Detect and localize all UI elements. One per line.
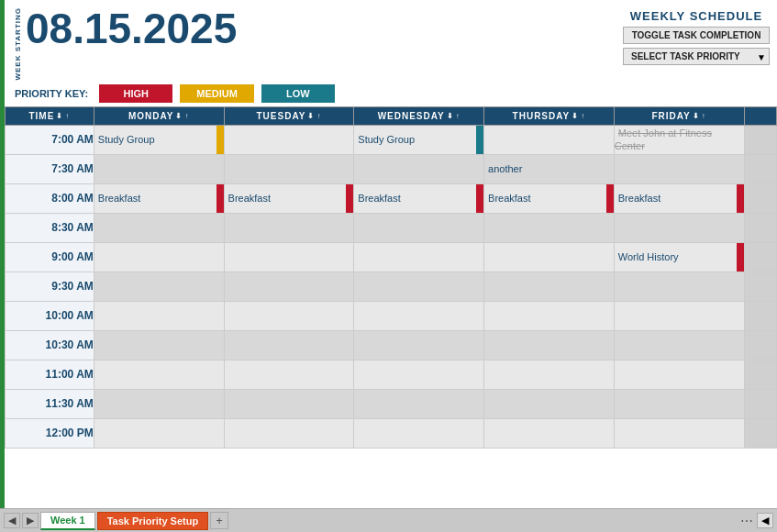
time-cell: 10:00 AM (6, 301, 94, 330)
day-cell-monday[interactable] (94, 213, 224, 242)
extra-cell (744, 213, 776, 242)
time-filter-icon[interactable]: ⬇ (56, 112, 63, 120)
day-cell-monday[interactable] (94, 389, 224, 418)
wednesday-sort-icon[interactable]: ↑ (456, 112, 461, 120)
event-text: World History (615, 249, 683, 264)
day-cell-tuesday[interactable] (224, 213, 354, 242)
day-cell-thursday[interactable] (484, 272, 615, 301)
table-row: 8:30 AM (6, 213, 777, 242)
table-header-row: TIME ⬇ ↑ MONDAY ⬇ ↑ (6, 106, 777, 125)
extra-header (744, 106, 776, 125)
select-task-priority[interactable]: SELECT TASK PRIORITY HIGH MEDIUM LOW (623, 48, 770, 65)
day-cell-monday[interactable] (94, 360, 224, 389)
day-cell-tuesday[interactable] (224, 330, 354, 360)
tab-scroll-left-button[interactable]: ◀ (757, 513, 773, 528)
day-cell-tuesday[interactable] (224, 154, 354, 183)
table-row: 9:00 AMWorld History (6, 242, 777, 272)
day-cell-wednesday[interactable] (354, 389, 484, 418)
tab-prev-button[interactable]: ◀ (4, 513, 20, 528)
monday-filter-icon[interactable]: ⬇ (175, 112, 183, 120)
thursday-sort-icon[interactable]: ↑ (581, 112, 585, 120)
day-cell-friday[interactable]: World History (614, 242, 744, 272)
day-cell-wednesday[interactable] (354, 360, 484, 389)
day-cell-friday[interactable] (614, 154, 744, 183)
day-cell-monday[interactable]: Study Group (94, 125, 224, 154)
day-cell-thursday[interactable] (484, 125, 615, 154)
day-cell-tuesday[interactable] (224, 389, 354, 418)
day-cell-wednesday[interactable] (354, 330, 484, 360)
extra-cell (744, 242, 776, 272)
content-area: WEEK STARTING 08.15.2025 PRIORITY KEY: H… (0, 0, 777, 508)
select-task-priority-wrapper: SELECT TASK PRIORITY HIGH MEDIUM LOW ▼ (623, 48, 770, 65)
time-cell: 7:00 AM (6, 125, 94, 154)
day-cell-monday[interactable] (94, 301, 224, 330)
day-cell-thursday[interactable] (484, 213, 615, 242)
friday-sort-icon[interactable]: ↑ (702, 112, 706, 120)
day-cell-friday[interactable] (614, 272, 744, 301)
day-cell-thursday[interactable] (484, 389, 615, 418)
day-cell-tuesday[interactable] (224, 272, 354, 301)
table-row: 10:00 AM (6, 301, 777, 330)
weekly-schedule-label: WEEKLY SCHEDULE (630, 9, 762, 23)
day-cell-wednesday[interactable]: Breakfast (354, 183, 484, 213)
day-cell-friday[interactable] (614, 330, 744, 360)
day-cell-wednesday[interactable] (354, 213, 484, 242)
day-cell-monday[interactable] (94, 330, 224, 360)
priority-bar-high (476, 184, 483, 213)
day-cell-tuesday[interactable] (224, 418, 354, 448)
event-text: Study Group (354, 132, 418, 147)
friday-filter-icon[interactable]: ⬇ (693, 112, 700, 120)
green-left-bar (0, 0, 5, 532)
wednesday-filter-icon[interactable]: ⬇ (447, 112, 454, 120)
day-cell-friday[interactable] (614, 360, 744, 389)
tab-more-icon[interactable]: ⋯ (740, 514, 753, 528)
toggle-task-completion-button[interactable]: TOGGLE TASK COMPLETION (623, 27, 770, 44)
tab-next-button[interactable]: ▶ (22, 513, 39, 528)
day-cell-tuesday[interactable] (224, 242, 354, 272)
day-cell-monday[interactable] (94, 154, 224, 183)
day-cell-thursday[interactable] (484, 242, 615, 272)
day-cell-friday[interactable]: Breakfast (614, 183, 744, 213)
day-cell-thursday[interactable] (484, 330, 615, 360)
time-sort-icon[interactable]: ↑ (65, 112, 70, 120)
day-cell-thursday[interactable] (484, 301, 615, 330)
day-cell-tuesday[interactable] (224, 360, 354, 389)
day-cell-tuesday[interactable] (224, 125, 354, 154)
schedule-table-container: TIME ⬇ ↑ MONDAY ⬇ ↑ (0, 106, 777, 449)
tuesday-sort-icon[interactable]: ↑ (316, 112, 321, 120)
day-cell-wednesday[interactable]: Study Group (354, 125, 484, 154)
table-row: 11:00 AM (6, 360, 777, 389)
add-sheet-button[interactable]: + (210, 512, 228, 529)
day-cell-wednesday[interactable] (354, 301, 484, 330)
tab-week1[interactable]: Week 1 (40, 512, 95, 530)
event-text: Breakfast (94, 191, 144, 205)
day-cell-wednesday[interactable] (354, 418, 484, 448)
day-cell-monday[interactable] (94, 272, 224, 301)
thursday-filter-icon[interactable]: ⬇ (572, 112, 579, 120)
day-cell-friday[interactable] (614, 418, 744, 448)
day-cell-tuesday[interactable]: Breakfast (224, 183, 354, 213)
day-cell-thursday[interactable]: another (484, 154, 615, 183)
schedule-table: TIME ⬇ ↑ MONDAY ⬇ ↑ (5, 106, 777, 449)
table-row: 10:30 AM (6, 330, 777, 360)
day-cell-monday[interactable] (94, 242, 224, 272)
time-cell: 12:00 PM (6, 418, 94, 448)
day-cell-thursday[interactable] (484, 418, 615, 448)
day-cell-tuesday[interactable] (224, 301, 354, 330)
day-cell-monday[interactable]: Breakfast (94, 183, 224, 213)
day-cell-thursday[interactable]: Breakfast (484, 183, 615, 213)
tuesday-header: TUESDAY ⬇ ↑ (224, 106, 354, 125)
day-cell-wednesday[interactable] (354, 272, 484, 301)
day-cell-friday[interactable] (614, 213, 744, 242)
top-section: WEEK STARTING 08.15.2025 PRIORITY KEY: H… (0, 0, 777, 106)
day-cell-monday[interactable] (94, 418, 224, 448)
day-cell-thursday[interactable] (484, 360, 615, 389)
tab-task-priority-setup[interactable]: Task Priority Setup (97, 512, 208, 530)
day-cell-wednesday[interactable] (354, 154, 484, 183)
monday-sort-icon[interactable]: ↑ (184, 112, 189, 120)
day-cell-wednesday[interactable] (354, 242, 484, 272)
tuesday-filter-icon[interactable]: ⬇ (307, 112, 315, 120)
day-cell-friday[interactable] (614, 389, 744, 418)
day-cell-friday[interactable]: Meet John at Fitness Center (614, 125, 744, 154)
day-cell-friday[interactable] (614, 301, 744, 330)
